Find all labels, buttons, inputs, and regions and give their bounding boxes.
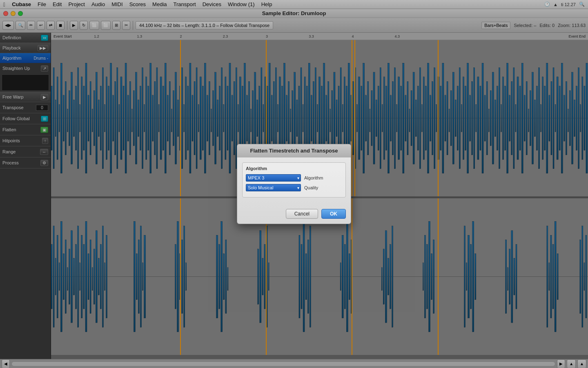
- quality-select[interactable]: Solo Musical Poly Musical Poly Complex S…: [246, 184, 301, 191]
- algorithm-group: Algorithm MPEX 3 Standard Elastique Algo…: [242, 162, 346, 197]
- algorithm-row: MPEX 3 Standard Elastique Algorithm: [246, 174, 342, 182]
- quality-row: Solo Musical Poly Musical Poly Complex S…: [246, 184, 342, 191]
- algorithm-label: Algorithm: [304, 175, 323, 180]
- flatten-dialog: Flatten Timestretch and Transpose Algori…: [237, 144, 351, 224]
- cancel-button[interactable]: Cancel: [286, 209, 318, 219]
- ok-button[interactable]: OK: [321, 209, 346, 219]
- algorithm-select-wrapper[interactable]: MPEX 3 Standard Elastique: [246, 174, 301, 182]
- dialog-buttons: Cancel OK: [237, 206, 351, 224]
- quality-label: Quality: [304, 185, 318, 190]
- algorithm-select[interactable]: MPEX 3 Standard Elastique: [246, 174, 301, 182]
- quality-select-wrapper[interactable]: Solo Musical Poly Musical Poly Complex S…: [246, 184, 301, 191]
- dialog-title: Flatten Timestretch and Transpose: [237, 144, 351, 157]
- dialog-body: Algorithm MPEX 3 Standard Elastique Algo…: [237, 157, 351, 206]
- algorithm-group-label: Algorithm: [246, 166, 342, 171]
- dialog-overlay: Flatten Timestretch and Transpose Algori…: [0, 0, 588, 368]
